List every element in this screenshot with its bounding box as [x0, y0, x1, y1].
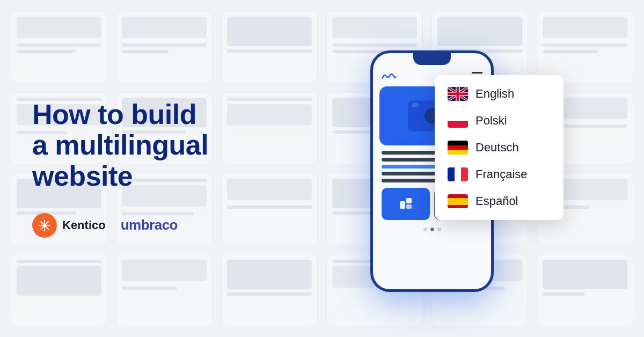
dot-2 — [430, 228, 434, 231]
language-dropdown: English Polski Deutsch — [435, 75, 564, 220]
flag-pl — [448, 114, 468, 128]
lang-item-spanish[interactable]: Español — [435, 188, 564, 215]
lang-name-english: English — [475, 87, 514, 101]
phone-card-1 — [382, 188, 430, 220]
kentico-icon — [32, 213, 57, 238]
lang-name-french: Française — [475, 167, 528, 181]
svg-rect-8 — [406, 204, 412, 209]
phone-notch — [413, 53, 451, 65]
lang-item-french[interactable]: Française — [435, 161, 564, 188]
phone-logo — [382, 71, 397, 81]
svg-rect-6 — [400, 201, 405, 209]
lang-name-german: Deutsch — [475, 141, 519, 155]
svg-rect-7 — [406, 198, 412, 203]
dot-3 — [437, 228, 441, 231]
lang-item-german[interactable]: Deutsch — [435, 134, 564, 161]
logos-row: Kentico umbraco — [32, 213, 258, 238]
umbraco-name: umbraco — [121, 217, 178, 233]
lang-item-polish[interactable]: Polski — [435, 107, 564, 134]
lang-name-spanish: Español — [475, 194, 518, 208]
svg-point-5 — [43, 224, 46, 227]
kentico-logo: Kentico — [32, 213, 106, 238]
flag-uk — [448, 87, 468, 101]
phone-pagination-dots — [379, 228, 485, 231]
right-section: English Polski Deutsch — [258, 21, 612, 316]
dot-1 — [423, 228, 427, 231]
flag-es — [448, 194, 468, 208]
kentico-name: Kentico — [62, 218, 106, 232]
flag-fr — [448, 167, 468, 181]
page-title: How to build a multilingual website — [32, 99, 258, 192]
left-section: How to build a multilingual website — [32, 99, 258, 238]
lang-item-english[interactable]: English — [435, 80, 564, 107]
flag-de — [448, 141, 468, 155]
umbraco-logo: umbraco — [121, 217, 178, 233]
main-content: How to build a multilingual website — [0, 0, 644, 337]
lang-name-polish: Polski — [475, 114, 507, 128]
